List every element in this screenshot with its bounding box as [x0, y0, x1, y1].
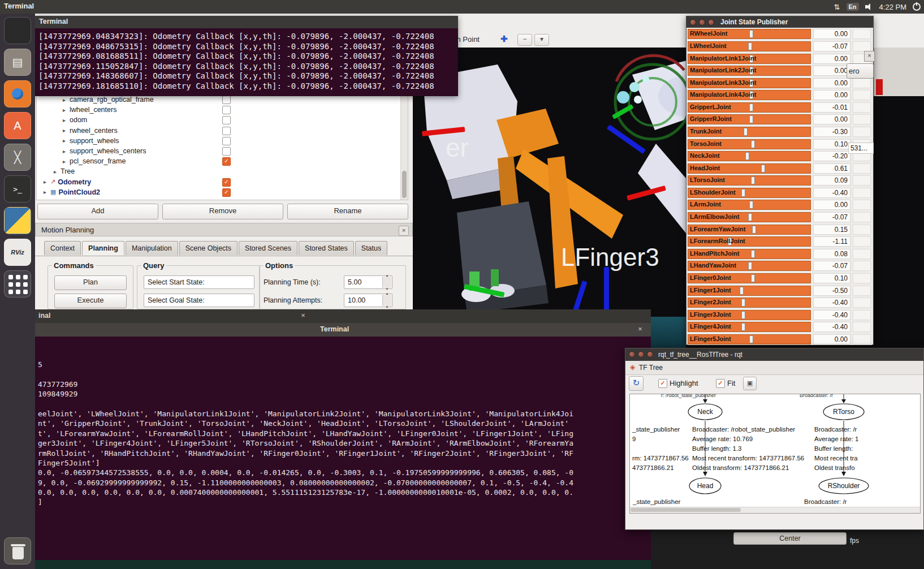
power-icon[interactable] — [913, 3, 921, 11]
display-checkbox[interactable]: ✓ — [222, 178, 231, 187]
add-tool-icon[interactable]: ✚ — [500, 34, 508, 44]
jsp-joint-value[interactable]: -0.40 — [813, 322, 850, 332]
launcher-icon[interactable] — [4, 80, 31, 107]
jsp-joint-value[interactable]: -0.30 — [813, 127, 850, 137]
jsp-joint-value[interactable]: 0.00 — [813, 334, 850, 344]
remove-display-button[interactable]: Remove — [162, 204, 283, 219]
toolbar-dropdown-button[interactable]: ▾ — [534, 34, 549, 46]
expand-arrow-icon[interactable]: ▸ — [63, 97, 70, 103]
jsp-slider-handle[interactable] — [744, 128, 748, 136]
display-checkbox[interactable]: ✓ — [222, 127, 231, 135]
tree-scrollbar-thumb[interactable] — [402, 171, 407, 198]
tf-tree-tab[interactable]: ◈ TF Tree — [625, 361, 923, 375]
launcher-icon[interactable] — [4, 17, 31, 44]
launcher-icon[interactable] — [4, 537, 31, 564]
select-start-state-combo[interactable]: Select Start State: — [144, 275, 254, 289]
jsp-slider-handle[interactable] — [751, 250, 755, 258]
center-button[interactable]: Center — [733, 532, 847, 545]
motion-planning-tab[interactable]: Status — [355, 241, 387, 255]
terminal-window-bottom[interactable]: 5 473772969 109849929 eelJoint', 'LWheel… — [35, 337, 651, 560]
expand-arrow-icon[interactable]: ▸ — [63, 117, 70, 123]
jsp-slider-handle[interactable] — [749, 201, 753, 209]
jsp-joint-value[interactable]: 0.10 — [813, 139, 850, 149]
jsp-joint-value[interactable]: -0.07 — [813, 41, 850, 51]
motion-planning-tab[interactable]: Planning — [82, 241, 124, 255]
launcher-icon[interactable]: >_ — [4, 175, 31, 202]
jsp-joint-value[interactable]: -0.50 — [813, 286, 850, 296]
tree-row[interactable]: ▸ ↗ ▦ support_wheels_centers ✓ — [37, 146, 401, 156]
jsp-slider-handle[interactable] — [751, 140, 755, 148]
jsp-slider-handle[interactable] — [748, 213, 752, 221]
launcher-icon[interactable] — [4, 270, 31, 298]
tree-row[interactable]: ▸ ↗ ▦ PointCloud2 ✓ — [37, 187, 401, 197]
refresh-button[interactable]: ↻ — [629, 376, 644, 391]
jsp-joint-value[interactable]: 0.00 — [813, 114, 850, 124]
display-checkbox[interactable]: ✓ — [222, 96, 231, 104]
jsp-slider-handle[interactable] — [752, 226, 756, 234]
close-panel-button[interactable]: × — [399, 226, 409, 236]
motion-planning-tab[interactable]: Manipulation — [126, 241, 178, 255]
keyboard-layout-indicator[interactable]: En — [847, 3, 859, 11]
tf-graph-canvas[interactable]: r: /robot_state_publisher Broadcaster: /… — [629, 394, 921, 514]
jsp-slider-handle[interactable] — [748, 262, 752, 270]
jsp-titlebar[interactable]: Joint State Publisher — [686, 16, 873, 28]
close-panel-fragment[interactable]: × — [864, 51, 875, 62]
jsp-joint-value[interactable]: 0.00 — [813, 78, 850, 88]
zero-button-fragment[interactable]: ero — [847, 63, 874, 79]
clock[interactable]: 4:22 PM — [879, 3, 906, 11]
tree-row[interactable]: ▸ ↗ ▦ pcl_sensor_frame ✓ — [37, 156, 401, 166]
jsp-joint-value[interactable]: -0.07 — [813, 261, 850, 271]
launcher-icon[interactable]: ╳ — [4, 144, 31, 171]
horizontal-scrollbar[interactable] — [630, 507, 920, 513]
select-goal-state-combo[interactable]: Select Goal State: — [144, 294, 254, 307]
jsp-joint-value[interactable]: -0.40 — [813, 188, 850, 198]
maximize-button[interactable] — [647, 351, 653, 357]
launcher-icon[interactable]: ▤ — [4, 49, 31, 76]
rqt-titlebar[interactable]: rqt_tf_tree__RosTfTree - rqt — [625, 348, 923, 361]
expand-arrow-icon[interactable]: ▸ — [63, 137, 70, 144]
highlight-checkbox[interactable]: ✓ — [658, 379, 667, 388]
minimize-button[interactable] — [699, 19, 705, 25]
jsp-slider-handle[interactable] — [740, 287, 744, 295]
jsp-slider-handle[interactable] — [741, 311, 745, 319]
close-button[interactable] — [690, 19, 696, 25]
tree-row[interactable]: ▸ ↗ ▦ odom ✓ — [37, 115, 401, 125]
spinner-arrows[interactable]: ▲▼ — [382, 295, 391, 306]
expand-arrow-icon[interactable]: ▸ — [63, 107, 70, 113]
volume-icon[interactable] — [865, 3, 873, 10]
jsp-slider-handle[interactable] — [745, 152, 749, 160]
jsp-slider-handle[interactable] — [751, 176, 755, 184]
jsp-joint-value[interactable]: 0.61 — [813, 163, 850, 174]
expand-arrow-icon[interactable]: ▸ — [54, 169, 61, 175]
jsp-joint-value[interactable]: -0.07 — [813, 212, 850, 222]
jsp-slider-handle[interactable] — [749, 335, 753, 343]
jsp-joint-value[interactable]: -0.40 — [813, 298, 850, 308]
save-snapshot-button[interactable]: ▣ — [743, 377, 757, 390]
tree-row[interactable]: ▸ ↗ ▦ Odometry ✓ — [37, 177, 401, 187]
launcher-icon[interactable] — [4, 207, 31, 234]
jsp-joint-value[interactable]: 0.00 — [813, 29, 850, 39]
motion-planning-tab[interactable]: Scene Objects — [179, 241, 238, 255]
jsp-slider-handle[interactable] — [749, 30, 753, 38]
jsp-joint-value[interactable]: -1.11 — [813, 236, 850, 247]
plan-button[interactable]: Plan — [54, 275, 127, 290]
close-button[interactable] — [629, 351, 635, 357]
jsp-joint-value[interactable]: 0.00 — [813, 66, 850, 76]
jsp-slider-handle[interactable] — [749, 115, 753, 123]
motion-planning-titlebar[interactable]: Motion Planning × — [35, 223, 413, 236]
motion-planning-tab[interactable]: Stored Scenes — [239, 241, 297, 255]
tree-row[interactable]: ▸ ↗ ▦ Tree ✓ — [37, 166, 401, 176]
display-checkbox[interactable]: ✓ — [222, 188, 231, 197]
fit-checkbox[interactable]: ✓ — [716, 379, 725, 388]
maximize-button[interactable] — [708, 19, 714, 25]
jsp-slider-handle[interactable] — [741, 299, 745, 307]
spinner-arrows[interactable]: ▲▼ — [382, 277, 391, 288]
launcher-icon[interactable]: A — [4, 112, 31, 139]
tree-row[interactable]: ▸ ↗ ▦ support_wheels ✓ — [37, 136, 401, 146]
terminal2-titlebar[interactable]: inal × — [35, 309, 651, 323]
jsp-joint-value[interactable]: 0.00 — [813, 90, 850, 100]
display-checkbox[interactable]: ✓ — [222, 147, 231, 156]
launcher-icon[interactable]: RViz — [4, 239, 31, 266]
horizontal-scrollbar-thumb[interactable] — [631, 508, 741, 512]
motion-planning-tab[interactable]: Context — [44, 241, 81, 255]
